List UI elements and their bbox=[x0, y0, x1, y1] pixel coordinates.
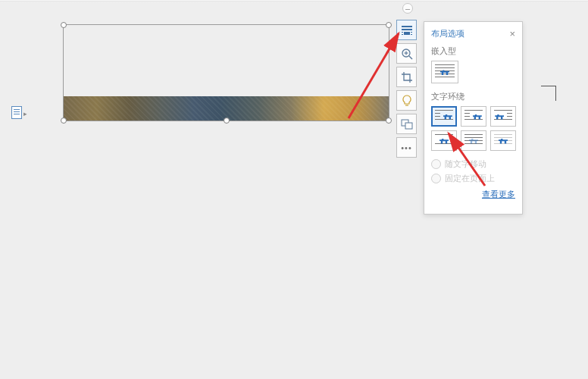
svg-rect-3 bbox=[402, 32, 403, 33]
svg-rect-0 bbox=[402, 26, 412, 27]
resize-handle-se[interactable] bbox=[386, 117, 392, 124]
zoom-in-icon bbox=[401, 48, 413, 60]
selected-image[interactable] bbox=[63, 24, 389, 121]
chevron-right-icon: ▸ bbox=[23, 110, 27, 117]
crop-icon bbox=[401, 71, 413, 83]
panel-title: 布局选项 bbox=[431, 28, 464, 39]
svg-line-8 bbox=[409, 56, 412, 59]
layout-wrap-tight[interactable] bbox=[461, 106, 486, 127]
radio-move-with-text[interactable]: 随文字移动 bbox=[431, 158, 515, 170]
zoom-button[interactable] bbox=[396, 43, 417, 64]
svg-rect-1 bbox=[402, 29, 412, 30]
svg-rect-6 bbox=[411, 34, 412, 35]
more-options-button[interactable]: ••• bbox=[396, 137, 417, 158]
lightbulb-icon bbox=[402, 95, 412, 107]
layout-wrap-square[interactable] bbox=[431, 106, 457, 127]
svg-rect-2 bbox=[404, 32, 410, 35]
svg-rect-13 bbox=[405, 123, 412, 129]
layout-inline-option[interactable] bbox=[431, 61, 458, 83]
ellipsis-icon: ••• bbox=[401, 143, 412, 152]
page-thumbnail-icon[interactable] bbox=[11, 106, 22, 119]
svg-rect-4 bbox=[402, 34, 403, 35]
layout-options-button[interactable] bbox=[396, 20, 417, 40]
radio-fix-on-page-input[interactable] bbox=[431, 174, 441, 183]
image-side-toolbar: ••• bbox=[396, 20, 418, 158]
resize-handle-s[interactable] bbox=[224, 117, 230, 124]
layout-wrap-behind[interactable] bbox=[461, 130, 486, 151]
crop-button[interactable] bbox=[396, 67, 417, 87]
page-corner-mark bbox=[541, 86, 556, 101]
resize-handle-ne[interactable] bbox=[386, 22, 392, 28]
svg-rect-5 bbox=[411, 32, 412, 33]
see-more-link[interactable]: 查看更多 bbox=[431, 189, 515, 200]
layout-wrap-front[interactable] bbox=[490, 130, 516, 151]
wrap-section-label: 文字环绕 bbox=[431, 91, 515, 102]
alt-text-icon bbox=[401, 119, 413, 130]
alt-text-button[interactable] bbox=[396, 114, 417, 134]
radio-fix-on-page-label: 固定在页面上 bbox=[445, 173, 495, 184]
inline-section-label: 嵌入型 bbox=[431, 45, 515, 57]
radio-move-with-text-label: 随文字移动 bbox=[445, 158, 486, 170]
radio-move-with-text-input[interactable] bbox=[431, 159, 441, 169]
panel-close-button[interactable]: × bbox=[509, 28, 515, 39]
layout-options-panel: 布局选项 × 嵌入型 文字环绕 bbox=[424, 21, 523, 215]
resize-handle-sw[interactable] bbox=[61, 117, 67, 124]
layout-wrap-topbottom[interactable] bbox=[431, 130, 457, 151]
design-ideas-button[interactable] bbox=[396, 90, 417, 111]
resize-handle-nw[interactable] bbox=[61, 22, 67, 28]
radio-fix-on-page[interactable]: 固定在页面上 bbox=[431, 173, 515, 184]
layout-wrap-through[interactable] bbox=[490, 106, 516, 127]
layout-options-icon bbox=[401, 25, 413, 36]
